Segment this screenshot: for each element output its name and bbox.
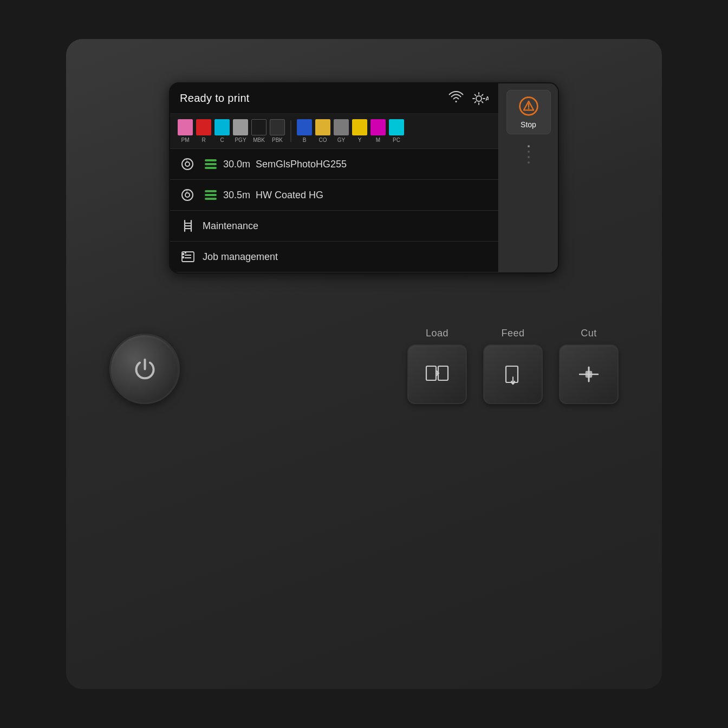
ink-square-GY (334, 119, 349, 135)
cut-label: Cut (581, 328, 597, 339)
scroll-dot-4 (528, 161, 530, 164)
ink-cartridge-Y: Y (352, 119, 367, 143)
svg-line-5 (475, 94, 476, 95)
svg-point-14 (185, 193, 190, 197)
roll-2-icon: 2 (180, 187, 198, 203)
cut-icon (575, 361, 602, 388)
ink-label-MBK: MBK (253, 137, 265, 143)
ink-label-B: B (303, 137, 307, 143)
roll-1-info: 30.0m SemGlsPhotoHG255 (223, 159, 347, 170)
power-button-wrap (109, 334, 180, 404)
ink-square-MBK (251, 119, 266, 135)
svg-point-0 (476, 96, 482, 101)
svg-line-6 (482, 101, 483, 102)
ink-cartridge-PGY: PGY (233, 119, 248, 143)
scroll-dot-2 (528, 151, 530, 153)
roll-1-icon: 1 (180, 157, 198, 172)
ink-square-PM (178, 119, 193, 135)
load-label: Load (426, 328, 448, 339)
roll-2-info: 30.5m HW Coated HG (223, 190, 323, 201)
printer-body: Ready to print (66, 39, 662, 689)
load-button-wrap: Load (407, 328, 467, 404)
controls-area: Load Feed (66, 301, 662, 437)
ink-cartridge-R: R (196, 119, 211, 143)
ink-square-PGY (233, 119, 248, 135)
svg-text:1: 1 (186, 159, 188, 162)
job-management-icon (180, 249, 196, 264)
ink-label-PBK: PBK (272, 137, 283, 143)
cut-button[interactable] (559, 344, 619, 404)
screen-panel: Ready to print (169, 82, 559, 274)
svg-rect-32 (438, 366, 448, 380)
power-icon (130, 354, 160, 384)
power-button[interactable] (109, 334, 180, 404)
wifi-icon (448, 91, 464, 106)
ink-row: PM R C PGY M (170, 114, 498, 149)
cut-button-wrap: Cut (559, 328, 619, 404)
maintenance-item[interactable]: Maintenance (170, 211, 498, 242)
svg-rect-25 (182, 253, 184, 255)
ink-square-B (297, 119, 312, 135)
roll-2-bars (205, 190, 217, 200)
stop-icon (518, 95, 540, 117)
svg-rect-26 (182, 256, 184, 258)
roll-2-item[interactable]: 2 30.5m HW Coated HG (170, 180, 498, 211)
ink-cartridge-PM: PM (178, 119, 193, 143)
status-title: Ready to print (180, 92, 250, 105)
scroll-dot-1 (528, 145, 530, 147)
svg-rect-39 (586, 372, 592, 377)
ink-cartridge-MBK: MBK (251, 119, 266, 143)
feed-button[interactable] (483, 344, 543, 404)
ink-divider (290, 120, 291, 142)
svg-text:2: 2 (186, 190, 188, 193)
load-button[interactable] (407, 344, 467, 404)
ink-label-PGY: PGY (235, 137, 246, 143)
svg-rect-31 (426, 366, 436, 380)
load-icon (424, 361, 451, 388)
action-buttons-group: Load Feed (407, 328, 619, 404)
scroll-indicators (528, 145, 530, 164)
job-management-label: Job management (203, 251, 278, 263)
ink-label-CO: CO (319, 137, 327, 143)
ink-cartridge-PBK: PBK (270, 119, 285, 143)
svg-point-11 (185, 162, 190, 166)
ink-square-CO (315, 119, 330, 135)
scroll-dot-3 (528, 156, 530, 158)
svg-line-7 (482, 94, 483, 95)
ink-cartridge-B: B (297, 119, 312, 143)
ink-label-C: C (220, 137, 224, 143)
ink-square-C (214, 119, 230, 135)
feed-button-wrap: Feed (483, 328, 543, 404)
ink-label-R: R (202, 137, 205, 143)
status-icons: A (448, 91, 489, 106)
stop-label: Stop (521, 120, 536, 129)
screen-wrapper: Ready to print (169, 82, 559, 274)
screen-main: Ready to print (170, 83, 498, 272)
ink-cartridge-PC: PC (389, 119, 404, 143)
ink-square-R (196, 119, 211, 135)
roll-1-bars (205, 159, 217, 169)
ink-square-M (370, 119, 386, 135)
ink-cartridge-C: C (214, 119, 230, 143)
ink-square-PBK (270, 119, 285, 135)
svg-rect-34 (506, 366, 518, 382)
ink-cartridge-CO: CO (315, 119, 330, 143)
job-management-item[interactable]: Job management (170, 242, 498, 272)
feed-label: Feed (501, 328, 524, 339)
ink-square-Y (352, 119, 367, 135)
status-bar: Ready to print (170, 83, 498, 114)
maintenance-label: Maintenance (203, 220, 258, 232)
maintenance-icon (180, 218, 196, 233)
brightness-icon: A (471, 92, 489, 106)
ink-label-M: M (376, 137, 380, 143)
ink-label-GY: GY (337, 137, 345, 143)
ink-square-PC (389, 119, 404, 135)
ink-label-PM: PM (181, 137, 190, 143)
feed-icon (499, 361, 526, 388)
stop-button[interactable]: Stop (506, 90, 551, 134)
svg-line-8 (475, 101, 476, 102)
svg-text:A: A (485, 95, 489, 102)
ink-cartridge-M: M (370, 119, 386, 143)
stop-panel: Stop (498, 83, 558, 272)
roll-1-item[interactable]: 1 30.0m SemGlsPhotoHG255 (170, 149, 498, 180)
